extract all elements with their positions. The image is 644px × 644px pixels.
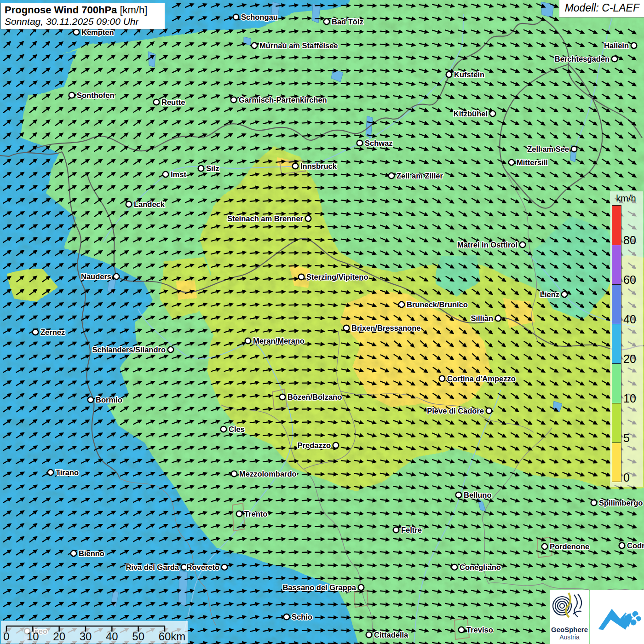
city-label: Pieve di Cadore [427,407,484,415]
city-marker [571,146,577,152]
city-label: Cittadella [374,631,408,639]
city-label: Mezzolombardo [239,470,297,478]
weather-map-canvas: SchongauBad TölzKemptenMurnau am Staffel… [0,0,644,644]
lake [178,570,188,607]
city-label: Bruneck/Brunico [407,300,468,309]
city-schlanders-silandro: Schlanders/Silandro [92,345,173,354]
scale-label: 50 [132,630,144,643]
city-label: Berchtesgaden [555,55,610,63]
city-marker [439,376,445,382]
city-marker [252,43,258,49]
city-label: Sillian [471,314,493,322]
city-label: Matrei in Osttirol [457,241,518,249]
city-marker [299,274,305,280]
city-marker [245,338,251,344]
scale-label: 40 [106,630,118,643]
city-berchtesgaden: Berchtesgaden [555,55,618,63]
city-marker [305,216,311,222]
city-label: Zell am See [527,145,569,153]
title-parameter: Prognose Wind 700hPa [5,4,117,16]
city-label: Schongau [241,13,278,21]
legend-tick-label: 0 [623,472,630,483]
city-brixen-bressanone: Brixen/Bressanone [344,324,421,332]
city-label: Feltre [401,526,422,534]
city-marker [284,614,290,620]
city-label: Schlanders/Silandro [92,345,166,354]
city-marker [198,166,204,172]
city-tirano: Tirano [48,468,79,477]
city-marker [154,99,160,105]
legend-title: km/h [610,193,642,204]
legend-segment [612,324,621,363]
scale-label: 10 [27,630,39,643]
city-marker [88,397,94,403]
geosphere-logo-subtext: Austria [550,633,589,641]
city-meran-merano: Meran/Merano [245,337,305,345]
city-label: Predazzo [298,441,331,449]
city-marker [389,173,395,179]
geosphere-logo: GeoSphere Austria [550,590,589,644]
city-label: Nauders [81,272,111,281]
city-marker [631,43,637,49]
city-label: Conegliano [460,563,501,571]
city-marker [114,274,120,280]
city-reutte: Reutte [154,98,185,106]
legend-segment [612,443,621,482]
city-sillian: Sillian [471,314,501,322]
page-title: Prognose Wind 700hPa [km/h] [5,4,161,16]
city-label: Pordenone [550,542,589,551]
geosphere-logo-text: GeoSphere [550,626,589,633]
city-marker [168,347,174,353]
city-marker [221,426,227,432]
city-marker [393,527,399,533]
city-marker [490,111,496,117]
scale-label: 0 [3,630,9,643]
city-label: Schio [292,613,312,621]
city-steinach-am-brenner: Steinach am Brenner [227,214,311,223]
scale-label: 20 [53,630,65,643]
city-garmisch-partenkirchen: Garmisch-Partenkirchen [231,96,327,104]
city-label: Landeck [134,200,165,208]
city-riva-del-garda: Riva del Garda [126,563,187,571]
city-label: Silz [206,164,219,172]
city-marker [358,585,364,591]
city-label: Bienno [79,549,104,558]
city-bruneck-brunico: Bruneck/Brunico [399,300,468,309]
city-label: Rovereto [186,563,219,571]
city-marker [181,564,187,570]
city-marker [486,408,492,414]
city-marker [562,292,568,298]
city-lienz: Lienz [540,290,567,299]
city-sterzing-vipiteno: Sterzing/Vipiteno [299,273,368,281]
title-unit: [km/h] [117,4,147,16]
city-marker [344,325,350,331]
legend-tick-label: 5 [623,432,630,444]
legend-segment [612,403,621,443]
city-label: Spilimbergo [599,499,643,507]
city-label: Riva del Garda [126,563,179,571]
city-mezzolombardo: Mezzolombardo [231,470,297,478]
city-label: Kufstein [454,70,484,79]
city-imst: Imst [163,170,187,178]
city-marker [456,492,462,498]
city-marker [324,19,330,25]
city-label: Zernez [40,328,65,336]
city-label: Zell am Ziller [397,172,443,180]
city-label: Brixen/Bressanone [351,324,420,332]
city-schio: Schio [284,613,312,621]
city-label: Bassano del Grappa [282,583,356,592]
city-label: Belluno [464,491,492,499]
city-label: Tirano [56,468,79,477]
city-marker [233,14,239,20]
city-label: Steinach am Brenner [227,214,304,223]
scale-label: 60km [159,630,186,643]
legend-color-bar [612,205,621,482]
city-label: Kitzbühel [454,109,488,118]
map-scale-bar: 0102030405060km [1,621,188,644]
city-label: Imst [171,170,186,178]
city-marker [366,632,372,638]
scale-label: 30 [80,630,92,643]
city-silz: Silz [198,164,219,172]
city-marker [222,564,228,570]
city-murnau-am-staffelsee: Murnau am Staffelsee [252,41,338,50]
